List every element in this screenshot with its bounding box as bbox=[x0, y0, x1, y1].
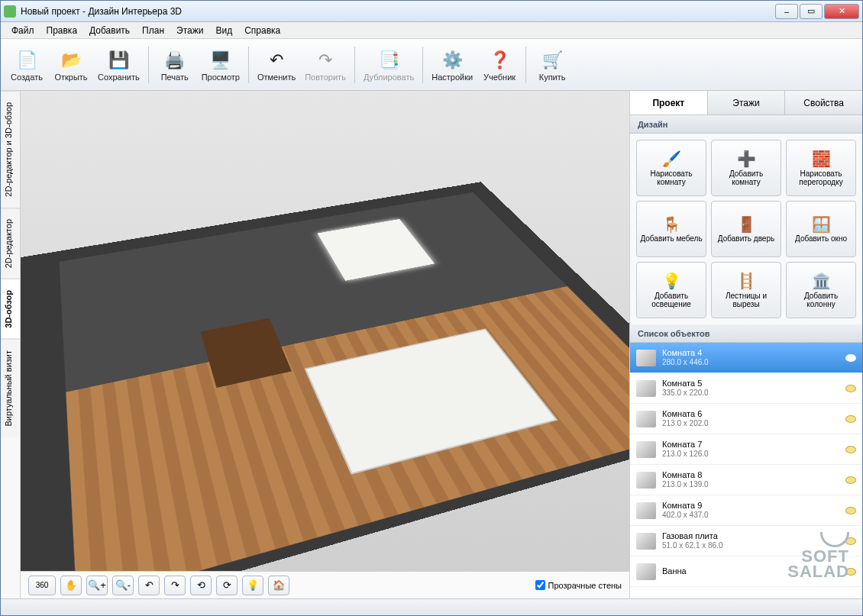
right-tab-1[interactable]: Этажи bbox=[707, 91, 785, 114]
window-title: Новый проект - Дизайн Интерьера 3D bbox=[21, 6, 774, 17]
object-icon bbox=[636, 350, 656, 366]
toolbar-Открыть[interactable]: 📂Открыть bbox=[50, 43, 92, 87]
toolbar-icon: 🛒 bbox=[540, 48, 564, 73]
object-item-6[interactable]: Газовая плита51.0 x 62.1 x 86.0 bbox=[630, 526, 862, 556]
design-btn-2[interactable]: 🧱Нарисовать перегородку bbox=[786, 140, 856, 196]
right-tab-2[interactable]: Свойства bbox=[784, 91, 862, 114]
left-tab-1[interactable]: 2D-редактор bbox=[1, 208, 20, 279]
toolbar-icon: ❓ bbox=[487, 48, 512, 73]
statusbar bbox=[1, 598, 862, 615]
main-area: 2D-редактор и 3D-обзор2D-редактор3D-обзо… bbox=[1, 91, 862, 598]
view-btn-7[interactable]: ⟳ bbox=[216, 576, 238, 595]
toolbar-Сохранить[interactable]: 💾Сохранить bbox=[94, 43, 144, 87]
visibility-eye-icon[interactable] bbox=[845, 446, 856, 453]
design-btn-4[interactable]: 🚪Добавить дверь bbox=[711, 201, 781, 257]
design-btn-7[interactable]: 🪜Лестницы и вырезы bbox=[711, 262, 781, 318]
view-toolbar: 360✋🔍+🔍-↶↷⟲⟳💡🏠Прозрачные стены bbox=[21, 571, 629, 598]
toolbar-icon: ↷ bbox=[313, 48, 338, 73]
view-btn-8[interactable]: 💡 bbox=[242, 576, 263, 595]
toolbar-Купить[interactable]: 🛒Купить bbox=[531, 43, 574, 87]
right-tab-0[interactable]: Проект bbox=[630, 91, 707, 114]
view-btn-1[interactable]: ✋ bbox=[60, 576, 82, 595]
visibility-eye-icon[interactable] bbox=[845, 415, 856, 423]
menu-item-0[interactable]: Файл bbox=[5, 24, 40, 37]
toolbar-Отменить[interactable]: ↶Отменить bbox=[254, 43, 299, 87]
toolbar-Настройки[interactable]: ⚙️Настройки bbox=[428, 43, 477, 87]
toolbar-Печать[interactable]: 🖨️Печать bbox=[154, 43, 196, 87]
object-item-1[interactable]: Комната 5335.0 x 220.0 bbox=[630, 373, 862, 404]
visibility-eye-icon[interactable] bbox=[845, 568, 856, 576]
viewport: 360✋🔍+🔍-↶↷⟲⟳💡🏠Прозрачные стены bbox=[21, 91, 630, 598]
object-item-4[interactable]: Комната 8213.0 x 139.0 bbox=[630, 465, 862, 495]
visibility-eye-icon[interactable] bbox=[845, 476, 856, 484]
visibility-eye-icon[interactable] bbox=[845, 507, 856, 514]
view-btn-3[interactable]: 🔍- bbox=[112, 576, 134, 595]
left-tab-0[interactable]: 2D-редактор и 3D-обзор bbox=[1, 91, 20, 208]
object-icon bbox=[636, 533, 656, 550]
toolbar-icon: 📄 bbox=[15, 48, 39, 73]
app-window: Новый проект - Дизайн Интерьера 3D – ▭ ✕… bbox=[0, 0, 863, 616]
titlebar: Новый проект - Дизайн Интерьера 3D – ▭ ✕ bbox=[1, 1, 862, 22]
toolbar-icon: ↶ bbox=[264, 48, 289, 73]
toolbar-Создать[interactable]: 📄Создать bbox=[5, 43, 48, 87]
object-icon bbox=[636, 411, 656, 427]
menu-item-4[interactable]: Этажи bbox=[170, 24, 209, 37]
menubar: ФайлПравкаДобавитьПланЭтажиВидСправка bbox=[1, 22, 862, 39]
toolbar-Повторить: ↷Повторить bbox=[301, 43, 350, 87]
section-design-header: Дизайн bbox=[630, 115, 862, 134]
design-btn-5[interactable]: 🪟Добавить окно bbox=[786, 201, 856, 257]
object-item-2[interactable]: Комната 6213.0 x 202.0 bbox=[630, 404, 862, 434]
visibility-eye-icon[interactable] bbox=[845, 385, 856, 392]
toolbar-icon: ⚙️ bbox=[440, 48, 464, 73]
toolbar-Учебник[interactable]: ❓Учебник bbox=[478, 43, 521, 87]
menu-item-3[interactable]: План bbox=[136, 24, 170, 37]
visibility-eye-icon[interactable] bbox=[845, 354, 856, 362]
close-button[interactable]: ✕ bbox=[824, 4, 859, 19]
design-btn-8[interactable]: 🏛️Добавить колонну bbox=[786, 262, 856, 318]
visibility-eye-icon[interactable] bbox=[845, 537, 856, 545]
section-objects-header: Список объектов bbox=[630, 324, 862, 343]
object-icon bbox=[636, 502, 656, 519]
toolbar-icon: 📂 bbox=[59, 48, 83, 73]
left-tab-3[interactable]: Виртуальный визит bbox=[1, 339, 20, 437]
view-btn-2[interactable]: 🔍+ bbox=[86, 576, 108, 595]
design-btn-1[interactable]: ➕Добавить комнату bbox=[711, 140, 781, 196]
object-icon bbox=[636, 441, 656, 458]
left-tab-2[interactable]: 3D-обзор bbox=[1, 279, 20, 339]
toolbar-Просмотр[interactable]: 🖥️Просмотр bbox=[198, 43, 244, 87]
object-item-7[interactable]: Ванна bbox=[630, 556, 862, 587]
object-list: Комната 4280.0 x 446.0Комната 5335.0 x 2… bbox=[630, 343, 862, 598]
maximize-button[interactable]: ▭ bbox=[800, 4, 823, 19]
app-icon bbox=[4, 5, 16, 18]
toolbar-icon: 💾 bbox=[106, 48, 131, 73]
transparent-walls-check[interactable]: Прозрачные стены bbox=[535, 580, 622, 590]
view-btn-5[interactable]: ↷ bbox=[164, 576, 186, 595]
view-btn-9[interactable]: 🏠 bbox=[268, 576, 289, 595]
view-btn-4[interactable]: ↶ bbox=[138, 576, 160, 595]
toolbar: 📄Создать📂Открыть💾Сохранить🖨️Печать🖥️Прос… bbox=[1, 39, 862, 91]
object-item-0[interactable]: Комната 4280.0 x 446.0 bbox=[630, 343, 862, 373]
design-grid: 🖌️Нарисовать комнату➕Добавить комнату🧱На… bbox=[630, 134, 862, 324]
object-icon bbox=[636, 380, 656, 397]
view-btn-0[interactable]: 360 bbox=[28, 576, 56, 595]
menu-item-1[interactable]: Правка bbox=[40, 24, 84, 37]
toolbar-icon: 📑 bbox=[377, 48, 401, 73]
toolbar-icon: 🖥️ bbox=[208, 48, 233, 73]
menu-item-5[interactable]: Вид bbox=[209, 24, 238, 37]
view-3d[interactable] bbox=[21, 91, 629, 571]
menu-item-6[interactable]: Справка bbox=[238, 24, 286, 37]
view-btn-6[interactable]: ⟲ bbox=[190, 576, 212, 595]
object-icon bbox=[636, 563, 656, 580]
right-tabs: ПроектЭтажиСвойства bbox=[630, 91, 862, 115]
design-btn-0[interactable]: 🖌️Нарисовать комнату bbox=[636, 140, 706, 196]
toolbar-icon: 🖨️ bbox=[163, 48, 187, 73]
object-item-5[interactable]: Комната 9402.0 x 437.0 bbox=[630, 495, 862, 526]
object-icon bbox=[636, 472, 656, 489]
menu-item-2[interactable]: Добавить bbox=[83, 24, 136, 37]
left-tabs: 2D-редактор и 3D-обзор2D-редактор3D-обзо… bbox=[1, 91, 21, 598]
minimize-button[interactable]: – bbox=[775, 4, 798, 19]
toolbar-Дублировать: 📑Дублировать bbox=[360, 43, 418, 87]
design-btn-3[interactable]: 🪑Добавить мебель bbox=[636, 201, 706, 257]
object-item-3[interactable]: Комната 7213.0 x 126.0 bbox=[630, 434, 862, 465]
design-btn-6[interactable]: 💡Добавить освещение bbox=[636, 262, 706, 318]
